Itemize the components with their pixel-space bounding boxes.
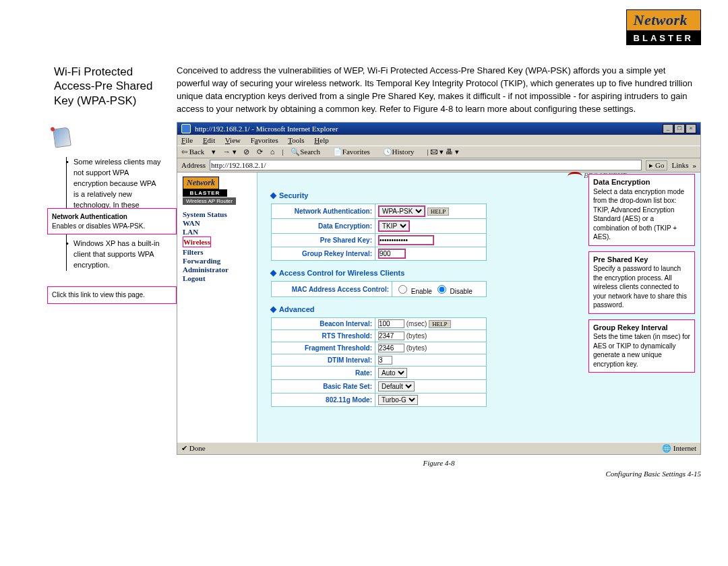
toolbar: ⇦ Back ▾ → ▾ ⊘ ⟳ ⌂ | 🔍Search 📄Favorites … [177, 146, 700, 158]
menubar: File Edit View Favorites Tools Help [177, 135, 700, 146]
menu-view[interactable]: View [225, 136, 241, 144]
router-content-pane: BROADXENT Data Encryption Select a data … [257, 172, 700, 442]
input-psk[interactable] [379, 236, 433, 245]
intro-paragraph: Conceived to address the vulnerabilities… [177, 65, 701, 115]
menu-tools[interactable]: Tools [288, 136, 304, 144]
security-table: Network Authentication: WPA-PSK HELP Dat… [271, 203, 487, 261]
label-net-auth: Network Authentication: [272, 204, 375, 219]
menu-favorites[interactable]: Favorites [251, 136, 278, 144]
nav-forwarding[interactable]: Forwarding [183, 257, 257, 265]
nav-lan[interactable]: LAN [183, 228, 257, 236]
status-bar: ✔ Done 🌐 Internet [177, 442, 700, 454]
nav-wan[interactable]: WAN [183, 219, 257, 227]
go-button[interactable]: ▸ Go [646, 160, 667, 170]
logo-bottom-word: BLASTER [626, 31, 701, 45]
page-title: Wi-Fi Protected Access-Pre Shared Key (W… [54, 65, 162, 108]
input-beacon[interactable] [378, 319, 404, 328]
brand-logo: Network BLASTER [626, 9, 701, 45]
window-title: http://192.168.2.1/ - Microsoft Internet… [195, 125, 338, 133]
back-button[interactable]: ⇦ Back ▾ [181, 148, 216, 156]
menu-help[interactable]: Help [314, 136, 328, 144]
acl-table: MAC Address Access Control: Enable Disab… [271, 281, 487, 297]
menu-edit[interactable]: Edit [203, 136, 215, 144]
links-label: Links [671, 161, 688, 169]
select-net-auth[interactable]: WPA-PSK [379, 206, 425, 216]
address-label: Address [181, 161, 206, 169]
menu-file[interactable]: File [181, 136, 193, 144]
select-brs[interactable]: Default [378, 381, 415, 391]
page-footer: Configuring Basic Settings 4-15 [177, 470, 701, 478]
nav-filters[interactable]: Filters [183, 248, 257, 256]
stop-button[interactable]: ⊘ [243, 148, 249, 156]
refresh-button[interactable]: ⟳ [257, 148, 263, 156]
label-rekey: Group Rekey Interval: [272, 247, 375, 261]
callout-pre-shared-key: Pre Shared Key Specify a password to lau… [588, 251, 695, 314]
help-button[interactable]: HELP [429, 320, 451, 328]
radio-acl-enable[interactable] [398, 285, 407, 294]
label-psk: Pre Shared Key: [272, 234, 375, 247]
radio-acl-disable[interactable] [437, 285, 446, 294]
favorites-button[interactable]: 📄Favorites [333, 148, 375, 156]
callout-click-link: Click this link to view this page. [47, 286, 177, 304]
logo-top-word: Network [626, 9, 701, 31]
tip-icon [53, 127, 71, 148]
callout-title: Network Authentication [52, 213, 127, 220]
input-frag[interactable] [378, 344, 404, 352]
select-mode[interactable]: Turbo-G [378, 395, 418, 405]
nav-wireless[interactable]: Wireless [183, 238, 210, 246]
home-button[interactable]: ⌂ [270, 148, 275, 156]
input-rekey[interactable] [379, 249, 405, 258]
select-rate[interactable]: Auto [378, 368, 407, 378]
help-button[interactable]: HELP [427, 208, 450, 216]
window-controls: _ □ × [663, 124, 696, 133]
callout-body: Enables or disables WPA-PSK. [52, 222, 145, 230]
address-bar: Address ▸ Go Links» [177, 158, 700, 172]
callout-group-rekey: Group Rekey Interval Sets the time taken… [588, 319, 695, 373]
status-zone: 🌐 Internet [662, 444, 696, 453]
callout-data-encryption: Data Encryption Select a data encryption… [588, 174, 695, 246]
callout-network-authentication: Network Authentication Enables or disabl… [47, 208, 177, 234]
minimize-button[interactable]: _ [663, 124, 673, 133]
close-button[interactable]: × [686, 124, 696, 133]
router-logo: Network BLASTER Wireless AP Router [183, 177, 257, 205]
forward-button[interactable]: → ▾ [223, 148, 237, 156]
ie-icon [181, 124, 191, 133]
label-data-enc: Data Encryption: [272, 219, 375, 234]
select-data-enc[interactable]: TKIP [379, 221, 409, 231]
figure-screenshot: http://192.168.2.1/ - Microsoft Internet… [177, 122, 701, 455]
advanced-table: Beacon Interval: (msec) HELP RTS Thresho… [271, 317, 487, 407]
history-button[interactable]: 🕓History [383, 148, 420, 156]
nav-system-status[interactable]: System Status [183, 210, 257, 218]
maximize-button[interactable]: □ [674, 124, 685, 133]
status-done: ✔ Done [181, 444, 206, 453]
tip-item: Windows XP has a built-in client that su… [67, 239, 162, 271]
address-input[interactable] [210, 160, 642, 170]
window-titlebar: http://192.168.2.1/ - Microsoft Internet… [177, 123, 700, 135]
router-sidebar: Network BLASTER Wireless AP Router Syste… [177, 172, 257, 442]
search-button[interactable]: 🔍Search [291, 148, 326, 156]
label-mac-acl: MAC Address Access Control: [272, 282, 392, 297]
input-rts[interactable] [378, 332, 404, 340]
input-dtim[interactable] [378, 356, 392, 365]
nav-administrator[interactable]: Administrator [183, 265, 257, 274]
figure-caption: Figure 4-8 [177, 459, 701, 467]
nav-logout[interactable]: Logout [183, 274, 257, 282]
